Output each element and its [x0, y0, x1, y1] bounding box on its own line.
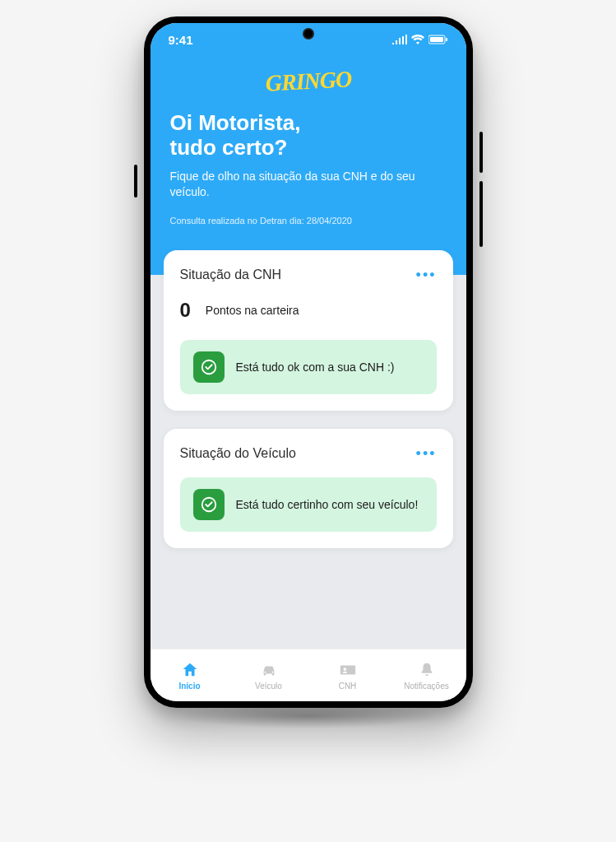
phone-side-button	[134, 165, 137, 198]
wifi-icon	[411, 33, 424, 47]
nav-label: Veículo	[255, 682, 282, 691]
phone-side-button	[479, 132, 483, 173]
greeting-title: Oi Motorista, tudo certo?	[170, 111, 447, 160]
nav-home[interactable]: Início	[151, 661, 229, 691]
id-card-icon	[339, 661, 357, 679]
status-time: 9:41	[169, 33, 193, 47]
header-section: GRINGO Oi Motorista, tudo certo? Fique d…	[151, 23, 466, 275]
greeting-block: Oi Motorista, tudo certo? Fique de olho …	[170, 111, 447, 226]
home-icon	[181, 661, 199, 679]
check-success-icon	[193, 489, 225, 520]
svg-rect-2	[446, 38, 447, 41]
nav-cnh[interactable]: CNH	[308, 661, 387, 691]
more-options-button[interactable]: •••	[416, 445, 437, 463]
points-label: Pontos na carteira	[206, 304, 299, 317]
nav-vehicle[interactable]: Veículo	[229, 661, 308, 691]
points-value: 0	[180, 299, 191, 322]
cnh-status-text: Está tudo ok com a sua CNH :)	[236, 360, 395, 375]
battery-icon	[428, 33, 448, 47]
cnh-card-title: Situação da CNH	[180, 267, 282, 282]
vehicle-status-chip: Está tudo certinho com seu veículo!	[180, 477, 437, 532]
vehicle-status-text: Está tudo certinho com seu veículo!	[236, 497, 419, 513]
check-success-icon	[193, 351, 225, 383]
nav-notifications[interactable]: Notificações	[387, 661, 466, 691]
more-options-button[interactable]: •••	[416, 267, 437, 284]
vehicle-status-card: Situação do Veículo ••• Está tudo certin…	[164, 429, 453, 548]
consult-date: Consulta realizada no Detran dia: 28/04/…	[170, 216, 447, 226]
nav-label: Notificações	[404, 682, 448, 691]
bottom-nav: Início Veículo CNH Notificações	[151, 649, 466, 701]
vehicle-card-title: Situação do Veículo	[180, 446, 296, 461]
cnh-status-card: Situação da CNH ••• 0 Pontos na carteira…	[164, 250, 453, 411]
points-row: 0 Pontos na carteira	[180, 299, 437, 322]
cnh-status-chip: Está tudo ok com a sua CNH :)	[180, 340, 437, 394]
cellular-icon	[392, 33, 407, 47]
scroll-area[interactable]: GRINGO Oi Motorista, tudo certo? Fique d…	[151, 23, 466, 649]
svg-rect-1	[430, 37, 443, 42]
phone-camera	[303, 28, 314, 40]
phone-screen: 9:41 GRINGO Oi Motorista, tu	[151, 23, 466, 701]
phone-side-button	[479, 181, 483, 247]
nav-label: Início	[178, 682, 200, 691]
nav-label: CNH	[339, 682, 357, 691]
car-icon	[260, 661, 278, 679]
app-logo: GRINGO	[169, 61, 447, 102]
phone-frame: 9:41 GRINGO Oi Motorista, tu	[144, 16, 473, 708]
bell-icon	[418, 661, 436, 679]
greeting-subtitle: Fique de olho na situação da sua CNH e d…	[170, 169, 447, 201]
